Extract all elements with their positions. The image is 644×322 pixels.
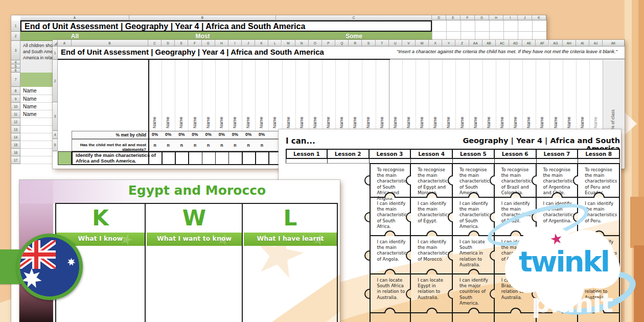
grid-line [402,60,403,131]
column-header: L [268,40,282,47]
grid-line [389,60,389,131]
row-header: 3 [53,102,58,131]
grid-line [536,60,536,131]
grid-line [489,20,490,41]
column-header: Z [455,40,469,47]
cross-red-horizontal [20,252,56,257]
row-header: 5 [53,139,58,151]
puzzle-piece [370,313,411,322]
column-header: N [295,40,309,47]
grid-line [455,60,456,131]
name-column-label: Name [165,100,171,128]
column-header: V [402,40,416,47]
column-header: Y [442,40,455,47]
name-column-label: Name [486,100,492,128]
name-column-label: Name [459,100,466,128]
grid-line [496,60,496,131]
twinkl-logo: ★ twinkl planit [485,201,644,322]
row-header: 1 [11,20,20,32]
puzzle-socket-icon [364,175,370,186]
grid-line [58,59,390,60]
column-header: C [148,40,162,47]
row-header: 7 [11,73,20,87]
column-header: K [255,40,268,47]
column-header: AJ [589,40,603,47]
lesson-header-cell: Lesson 5 [453,149,495,159]
row-header: 2 [53,60,58,102]
met-statements-label: Has the child met the all and most state… [72,143,146,152]
met-statements-value: n [202,143,215,148]
column-header: AD [509,40,522,47]
grid-line [522,60,523,131]
name-column-label: Name [580,100,586,128]
name-column-label: Name [152,100,158,128]
grid-line [148,60,149,165]
name-column-label: Name [499,100,505,128]
met-statements-value: n [148,143,162,148]
column-header: A [58,40,72,47]
overview-line: and South Amer [23,49,54,54]
name-column-label: Name [245,100,251,128]
row-header: 3 [11,41,20,60]
grid-line [469,60,470,131]
column-header: X [429,40,442,47]
column-header: D [432,15,446,20]
name-column-label: Name [513,100,519,128]
name-column-label: Name [419,100,425,128]
row-header: 14 [11,133,20,141]
union-jack-canton [20,240,56,269]
grid-line [416,60,416,131]
grid-line [322,60,323,131]
name-column-label: Name [312,100,318,128]
pct-met-value: 0% [242,132,255,137]
name-column-label: Name [566,100,572,128]
column-header: U [389,40,402,47]
row-header: 4 [11,60,20,64]
column-header: J [242,40,255,47]
sheet-title-cell: End of Unit Assessment | Geography | Yea… [61,48,367,59]
column-header: Q [335,40,349,47]
grid-line [482,60,483,131]
puzzle-socket-icon [406,212,411,222]
row-header: 11 [11,110,20,118]
name-column-label: Name [205,100,212,128]
row-header: 8 [11,87,20,95]
column-header: K [532,15,546,20]
grid-line [268,151,269,165]
row-header: 17 [11,156,20,164]
name-column-label: Name [432,100,439,128]
kwl-title: Egypt and Morocco [81,183,313,198]
puzzle-socket-icon [448,212,453,222]
grid-line [175,151,176,165]
grid-line [188,60,189,131]
name-column-label: Name [299,100,305,128]
grid-line [175,60,175,131]
row-header: 10 [11,103,20,110]
column-header: D [162,40,175,47]
flag-field [20,237,79,296]
pct-met-value: 0% [202,132,215,137]
grid-line [228,60,229,131]
lesson-header-cell: Lesson 3 [370,149,411,159]
kwl-table-border [55,203,338,204]
kwl-table-border [145,203,146,322]
row-header: 2 [11,32,20,41]
met-statements-value: n [162,143,175,148]
pct-met-value: 0% [175,132,188,137]
instruction-note: "Insert a character against the criteria… [392,49,623,59]
overview-line: America in relati [23,55,54,60]
grid-line [309,60,309,131]
column-header: J [518,15,532,20]
grid-line [349,60,349,131]
grid-line [503,20,504,41]
met-statements-value: n [242,143,255,148]
column-header: AG [549,40,563,47]
lesson-header-cell: Lesson 2 [328,149,370,159]
pct-met-label: % met by child [72,132,146,137]
lesson-header-cell: Lesson 6 [495,149,537,159]
name-column-label: Name [553,100,559,128]
grid-line [563,60,563,131]
name-column-label: Name [526,100,532,128]
column-header: AA [469,40,482,47]
grid-line [461,20,461,41]
